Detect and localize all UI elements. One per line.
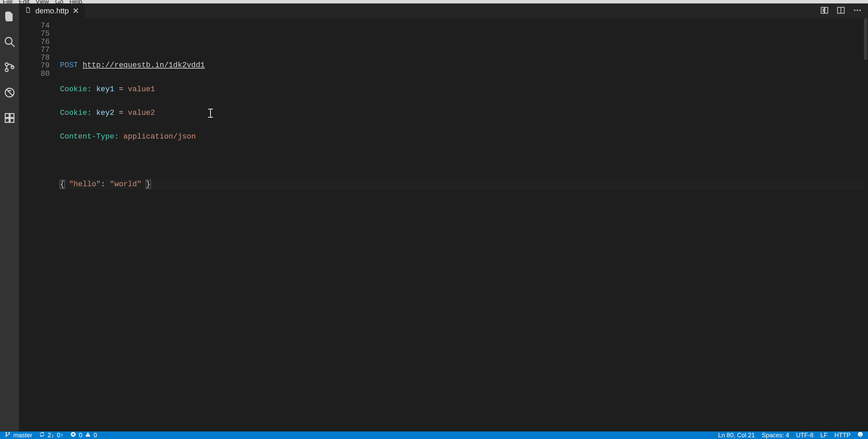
status-sync[interactable]: 2↓ 0↑ [39, 431, 63, 439]
more-actions-icon[interactable] [853, 6, 862, 16]
svg-point-21 [859, 9, 860, 11]
debug-icon[interactable] [3, 86, 16, 99]
search-icon[interactable] [3, 35, 16, 49]
svg-rect-9 [5, 114, 9, 117]
code-line: Content-Type: application/json [60, 133, 868, 141]
activity-bar [0, 3, 19, 431]
tab-demo-http[interactable]: demo.http [19, 3, 85, 18]
status-problems[interactable]: 0 0 [70, 431, 97, 439]
status-cursor-label: Ln 80, Col 21 [718, 432, 755, 439]
status-sync-up: 0↑ [57, 432, 63, 439]
menu-help[interactable]: Help [70, 0, 82, 3]
menu-file[interactable]: File [3, 0, 13, 3]
svg-rect-12 [10, 118, 14, 122]
svg-point-29 [88, 436, 88, 436]
svg-line-3 [11, 43, 14, 47]
explorer-icon[interactable] [3, 10, 16, 23]
status-encoding[interactable]: UTF-8 [796, 432, 813, 439]
middle: demo.http [0, 3, 868, 431]
line-number: 75 [19, 30, 50, 38]
code-line: Cookie: key1 = value1 [60, 85, 868, 93]
branch-icon [5, 431, 11, 439]
svg-rect-10 [10, 114, 14, 117]
status-eol-label: LF [820, 432, 828, 439]
editor-actions [820, 3, 868, 18]
status-warning-count: 0 [94, 432, 97, 439]
status-language-label: HTTP [834, 432, 851, 439]
split-editor-icon[interactable] [836, 6, 845, 16]
svg-point-20 [857, 9, 858, 11]
line-number: 74 [19, 22, 50, 30]
status-cursor[interactable]: Ln 80, Col 21 [718, 432, 755, 439]
svg-point-30 [858, 432, 863, 437]
svg-point-19 [854, 9, 855, 11]
status-encoding-label: UTF-8 [796, 432, 813, 439]
tab-label: demo.http [35, 7, 69, 15]
code-line [60, 156, 868, 164]
status-bar: master 2↓ 0↑ 0 0 Ln 80, Col 21 Spaces: 4 [0, 431, 868, 439]
line-number: 79 [19, 62, 50, 70]
status-sync-down: 2↓ [48, 432, 54, 439]
status-indent-label: Spaces: 4 [762, 432, 789, 439]
sync-icon [39, 431, 45, 439]
status-language[interactable]: HTTP [834, 432, 851, 439]
svg-point-2 [5, 37, 12, 44]
close-icon[interactable] [73, 7, 79, 15]
menu-edit[interactable]: Edit [19, 0, 29, 3]
svg-rect-1 [7, 14, 12, 21]
line-number: 76 [19, 38, 50, 46]
gutter: 74 75 76 77 78 79 80 [19, 19, 60, 431]
code-line: { "hello": "world" } [60, 180, 868, 188]
scrollbar-thumb[interactable] [864, 19, 867, 60]
svg-point-22 [5, 432, 7, 434]
vertical-scrollbar[interactable] [863, 19, 868, 431]
extensions-icon[interactable] [3, 111, 16, 125]
source-control-icon[interactable] [3, 60, 16, 74]
menu-go[interactable]: Go [55, 0, 63, 3]
status-branch[interactable]: master [5, 431, 32, 439]
tab-bar: demo.http [19, 3, 868, 19]
svg-point-31 [859, 434, 860, 434]
editor-column: demo.http [19, 3, 868, 431]
svg-point-24 [9, 432, 10, 434]
line-number: 80 [19, 70, 50, 78]
text-cursor-icon [208, 108, 213, 118]
smiley-icon [857, 431, 863, 439]
svg-point-5 [5, 69, 8, 72]
svg-rect-16 [825, 7, 828, 13]
svg-rect-11 [5, 118, 9, 122]
status-eol[interactable]: LF [820, 432, 828, 439]
menu-view[interactable]: View [36, 0, 49, 3]
open-changes-icon[interactable] [820, 6, 829, 16]
error-icon [70, 431, 76, 439]
line-number: 78 [19, 54, 50, 62]
status-feedback[interactable] [857, 431, 863, 439]
status-branch-label: master [13, 432, 32, 439]
code-line: Cookie: key2 = value2 [60, 109, 868, 117]
code-line [60, 38, 868, 46]
svg-point-32 [861, 434, 861, 434]
code-area[interactable]: POST http://requestb.in/1dk2vdd1 Cookie:… [60, 19, 868, 431]
editor[interactable]: 74 75 76 77 78 79 80 POST http://request… [19, 19, 868, 431]
code-line: POST http://requestb.in/1dk2vdd1 [60, 61, 868, 69]
status-error-count: 0 [79, 432, 82, 439]
warning-icon [85, 431, 91, 439]
menu-bar: File Edit View Go Help [0, 0, 868, 3]
file-icon [25, 6, 31, 16]
status-indent[interactable]: Spaces: 4 [762, 432, 789, 439]
line-number: 77 [19, 46, 50, 54]
svg-point-4 [5, 63, 8, 66]
app-root: File Edit View Go Help [0, 0, 868, 439]
